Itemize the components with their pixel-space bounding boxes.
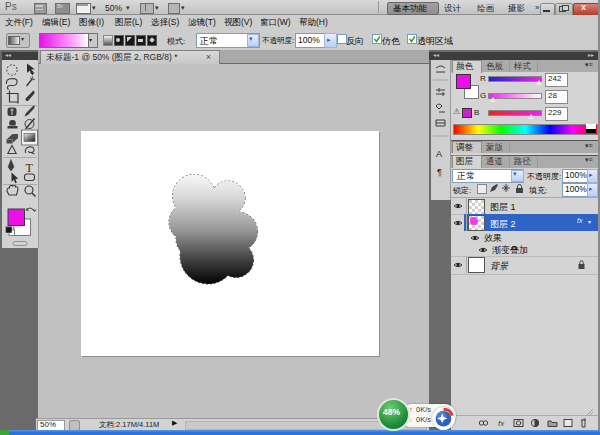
- svg-text:¶: ¶: [437, 167, 442, 177]
- svg-text:A: A: [436, 149, 442, 159]
- svg-text:T: T: [26, 161, 34, 175]
- svg-text:fx: fx: [498, 419, 505, 428]
